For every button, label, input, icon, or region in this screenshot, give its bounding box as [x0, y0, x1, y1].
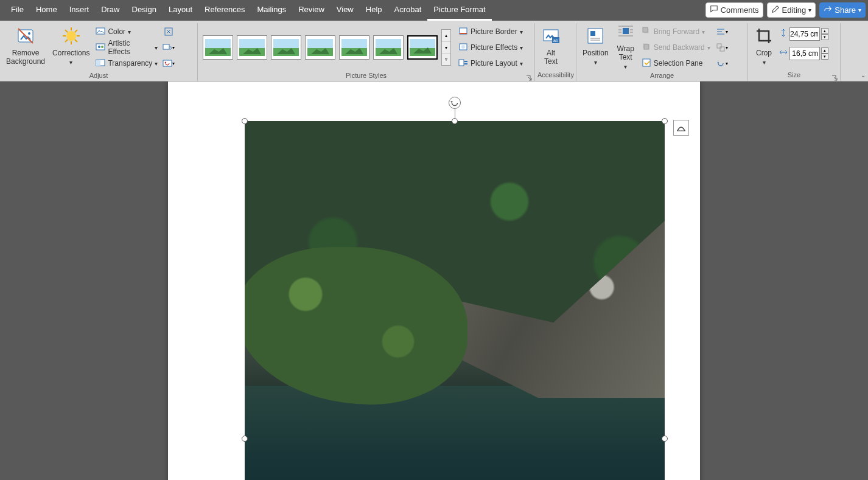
tab-mailings[interactable]: Mailings [251, 0, 293, 21]
tab-acrobat[interactable]: Acrobat [388, 0, 428, 21]
color-button[interactable]: Color ▾ [94, 24, 159, 39]
handle-top-middle[interactable] [452, 118, 458, 124]
svg-text:ab: ab [553, 38, 558, 43]
gallery-expand[interactable]: ▿ [442, 54, 450, 65]
width-down[interactable]: ▾ [821, 54, 828, 60]
picture-style-3[interactable] [271, 35, 301, 60]
height-up[interactable]: ▴ [821, 28, 828, 34]
gallery-scroll: ▴ ▾ ▿ [441, 29, 451, 66]
share-button[interactable]: Share ▾ [819, 2, 866, 18]
svg-line-10 [75, 30, 77, 32]
compress-pictures-button[interactable] [161, 24, 176, 39]
tab-insert[interactable]: Insert [63, 0, 96, 21]
color-label: Color [108, 27, 125, 36]
tab-references[interactable]: References [198, 0, 251, 21]
crop-icon [754, 26, 774, 48]
share-label: Share [835, 5, 856, 15]
svg-line-7 [65, 30, 68, 32]
color-icon [96, 26, 105, 38]
align-button[interactable]: ▾ [715, 24, 729, 39]
tab-home[interactable]: Home [30, 0, 63, 21]
corrections-button[interactable]: Corrections ▾ [49, 23, 93, 69]
chevron-down-icon: ▾ [808, 7, 811, 13]
svg-rect-21 [460, 33, 467, 34]
chevron-down-icon: ▾ [726, 29, 728, 35]
crop-button[interactable]: Crop ▾ [751, 23, 777, 69]
chevron-down-icon: ▾ [520, 60, 523, 67]
bring-forward-button[interactable]: Bring Forward ▾ [640, 24, 712, 39]
corrections-icon [61, 26, 81, 48]
ribbon: Remove Background Corrections ▾ Color ▾ … [0, 21, 868, 82]
send-backward-button[interactable]: Send Backward ▾ [640, 40, 712, 55]
tab-file[interactable]: File [5, 0, 30, 21]
rotate-button[interactable]: ▾ [715, 56, 729, 71]
handle-top-left[interactable] [242, 118, 248, 124]
shape-height-input[interactable] [789, 27, 820, 41]
document-area[interactable] [0, 82, 868, 480]
gallery-scroll-down[interactable]: ▾ [442, 42, 450, 54]
shape-width-input[interactable] [789, 47, 820, 60]
chevron-down-icon: ▾ [594, 59, 597, 66]
svg-point-23 [461, 45, 465, 49]
selection-pane-button[interactable]: Selection Pane [640, 56, 712, 71]
chevron-down-icon: ▾ [858, 7, 861, 13]
tab-review[interactable]: Review [292, 0, 331, 21]
picture-layout-button[interactable]: Picture Layout ▾ [457, 56, 528, 71]
picture-style-1[interactable] [203, 35, 233, 60]
picture-effects-button[interactable]: Picture Effects ▾ [457, 40, 528, 55]
group-accessibility: ab Alt Text Accessibility [535, 23, 576, 81]
collapse-ribbon-button[interactable]: ⌄ [861, 72, 866, 78]
handle-middle-right[interactable] [662, 436, 668, 442]
svg-rect-44 [644, 44, 649, 49]
group-objects-button[interactable]: ▾ [715, 40, 729, 55]
selected-picture[interactable] [245, 121, 665, 480]
picture-style-5[interactable] [339, 35, 369, 60]
group-label-size: Size [751, 71, 838, 80]
tab-help[interactable]: Help [360, 0, 388, 21]
tab-design[interactable]: Design [126, 0, 163, 21]
tab-view[interactable]: View [331, 0, 360, 21]
tab-layout[interactable]: Layout [163, 0, 198, 21]
reset-picture-button[interactable]: ▾ [161, 56, 176, 71]
size-dialog-launcher[interactable] [831, 72, 839, 80]
send-backward-label: Send Backward [654, 43, 705, 52]
editing-mode-button[interactable]: Editing ▾ [767, 2, 816, 18]
bring-forward-label: Bring Forward [654, 27, 699, 36]
svg-rect-11 [96, 28, 105, 34]
crop-label: Crop [756, 49, 772, 58]
comments-button[interactable]: Comments [705, 2, 763, 18]
wrap-text-button[interactable]: Wrap Text ▾ [612, 23, 639, 69]
transparency-label: Transparency [108, 59, 152, 68]
rotation-handle[interactable] [449, 97, 461, 109]
artistic-effects-button[interactable]: Artistic Effects ▾ [94, 40, 159, 55]
document-page[interactable] [168, 82, 700, 480]
group-label-adjust: Adjust [2, 72, 195, 80]
remove-background-button[interactable]: Remove Background [2, 23, 49, 69]
tab-draw[interactable]: Draw [95, 0, 125, 21]
layout-options-button[interactable] [673, 120, 689, 136]
chevron-down-icon: ▾ [69, 59, 72, 66]
picture-layout-icon [458, 58, 468, 69]
picture-border-button[interactable]: Picture Border ▾ [457, 24, 528, 39]
picture-border-label: Picture Border [471, 27, 517, 36]
alt-text-label: Alt Text [544, 49, 558, 66]
handle-middle-left[interactable] [242, 436, 248, 442]
picture-style-4[interactable] [305, 35, 335, 60]
picture-effects-icon [458, 42, 468, 54]
tab-picture-format[interactable]: Picture Format [427, 0, 491, 21]
alt-text-button[interactable]: ab Alt Text [537, 23, 564, 69]
picture-styles-dialog-launcher[interactable] [526, 72, 533, 80]
transparency-button[interactable]: Transparency ▾ [94, 56, 159, 71]
height-down[interactable]: ▾ [821, 34, 828, 40]
handle-top-right[interactable] [662, 118, 668, 124]
picture-style-6[interactable] [373, 35, 404, 60]
picture-style-7[interactable] [407, 35, 438, 60]
svg-line-9 [65, 40, 68, 42]
width-up[interactable]: ▴ [821, 47, 828, 54]
svg-rect-49 [717, 44, 721, 48]
position-button[interactable]: Position ▾ [579, 23, 612, 69]
gallery-scroll-up[interactable]: ▴ [442, 30, 450, 42]
change-picture-button[interactable]: ▾ [161, 40, 176, 55]
picture-style-2[interactable] [237, 35, 267, 60]
editing-label: Editing [782, 5, 807, 15]
